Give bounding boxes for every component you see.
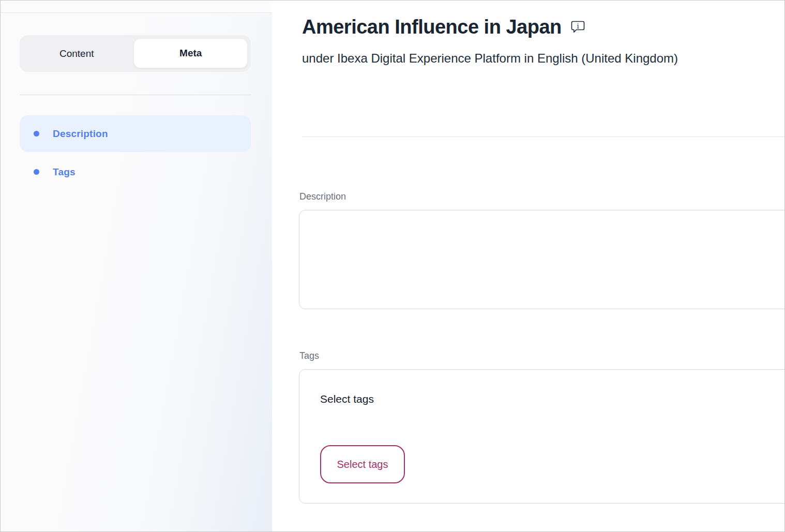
- sidebar-divider: [20, 95, 251, 95]
- anchor-nav: Description Tags: [20, 115, 251, 190]
- sidebar-top-strip: [1, 1, 272, 13]
- tags-selector-label: Select tags: [320, 393, 374, 405]
- page-title: American Influence in Japan: [302, 15, 562, 39]
- content-meta-tab-switcher: Content Meta: [20, 35, 251, 72]
- page-subtitle: under Ibexa Digital Experience Platform …: [302, 50, 678, 67]
- info-bubble-icon[interactable]: i: [570, 20, 585, 37]
- anchor-item-description[interactable]: Description: [20, 115, 251, 152]
- bullet-dot-icon: [34, 131, 39, 136]
- main-divider: [302, 136, 784, 137]
- anchor-item-label: Description: [53, 128, 108, 140]
- main-content: American Influence in Japan i under Ibex…: [272, 1, 784, 531]
- anchor-item-tags[interactable]: Tags: [20, 154, 251, 190]
- tags-field-label: Tags: [299, 351, 319, 361]
- description-field-label: Description: [299, 191, 346, 202]
- tags-field-box: Select tags Select tags: [299, 369, 785, 504]
- title-row: American Influence in Japan i: [302, 15, 585, 39]
- anchor-item-label: Tags: [53, 166, 76, 178]
- tab-content[interactable]: Content: [20, 35, 133, 72]
- content-edit-screen: Content Meta Description Tags American I…: [0, 0, 785, 532]
- sidebar: Content Meta Description Tags: [1, 1, 272, 531]
- select-tags-button[interactable]: Select tags: [320, 445, 405, 483]
- bullet-dot-icon: [34, 169, 39, 175]
- tab-meta[interactable]: Meta: [133, 38, 248, 68]
- description-textarea[interactable]: [299, 210, 785, 309]
- svg-text:i: i: [577, 22, 579, 30]
